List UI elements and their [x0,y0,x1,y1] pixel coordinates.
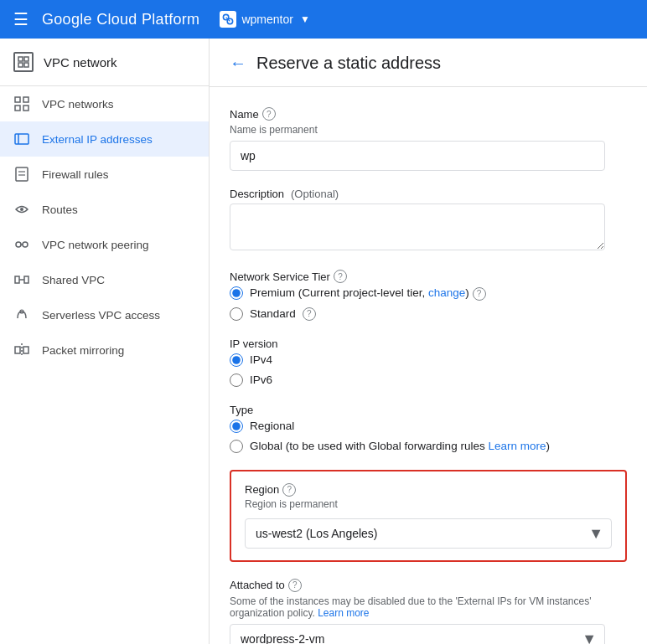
sidebar-item-label-vpc-networks: VPC networks [42,98,195,111]
page-header: ← Reserve a static address [210,39,647,87]
ipv4-option[interactable]: IPv4 [230,353,627,367]
menu-icon[interactable]: ☰ [13,9,28,29]
regional-radio[interactable] [230,420,243,433]
sidebar-item-label-serverless-vpc: Serverless VPC access [42,309,195,322]
sidebar-item-label-shared-vpc: Shared VPC [42,274,195,286]
premium-help-icon[interactable]: ? [473,287,486,301]
global-radio[interactable] [230,440,243,453]
tier-radio-group: Premium (Current project-level tier, cha… [230,286,627,321]
tier-standard-option[interactable]: Standard ? [230,307,627,321]
layout: VPC network VPC networks External IP add… [0,39,647,644]
page-title: Reserve a static address [256,54,441,73]
sidebar-item-packet-mirroring[interactable]: Packet mirroring [0,332,209,368]
svg-point-16 [20,208,23,211]
tier-premium-radio[interactable] [230,286,243,300]
svg-rect-26 [23,347,28,353]
attached-to-sublabel: Some of the instances may be disabled du… [230,595,627,619]
name-label: Name ? [230,107,627,121]
description-label: Description (Optional) [230,188,627,200]
description-group: Description (Optional) [230,188,627,253]
sidebar-item-label-external-ip: External IP addresses [42,133,195,146]
attached-help-icon[interactable]: ? [288,579,302,592]
tier-help-icon[interactable]: ? [334,270,347,283]
svg-rect-4 [24,57,28,61]
sidebar-item-label-routes: Routes [42,204,195,216]
change-tier-link[interactable]: change [428,286,465,299]
ip-version-label: IP version [230,337,627,350]
ipv6-option[interactable]: IPv6 [230,374,627,387]
type-group: Type Regional Global (to be used with Gl… [230,404,627,453]
svg-rect-8 [23,97,28,102]
sidebar-item-label-vpc-peering: VPC network peering [42,239,195,251]
shared-vpc-icon [13,271,30,288]
region-help-icon[interactable]: ? [282,483,296,497]
name-sublabel: Name is permanent [230,124,627,136]
tier-standard-radio[interactable] [230,307,243,321]
standard-help-icon[interactable]: ? [303,307,316,321]
vpc-network-icon [13,52,34,72]
form-body: Name ? Name is permanent Description (Op… [210,87,647,644]
app-title: Google Cloud Platform [42,11,199,28]
sidebar-item-label-firewall-rules: Firewall rules [42,168,195,181]
svg-rect-5 [18,63,23,67]
region-group: Region ? Region is permanent us-west2 (L… [230,470,627,562]
name-group: Name ? Name is permanent [230,107,627,171]
svg-rect-21 [24,276,28,283]
attached-select[interactable]: wordpress-2-vm None [230,624,605,645]
sidebar-nav: VPC networks External IP addresses Firew… [0,86,209,368]
region-select-wrapper: us-west2 (Los Angeles) us-central1 (Iowa… [245,518,612,549]
description-input[interactable] [230,204,605,250]
serverless-vpc-icon [13,307,30,323]
svg-rect-3 [18,57,23,61]
sidebar-header: VPC network [0,39,209,86]
svg-rect-20 [15,276,19,283]
sidebar-item-external-ip[interactable]: External IP addresses [0,121,209,157]
svg-rect-7 [15,97,20,102]
type-label: Type [230,404,627,416]
name-help-icon[interactable]: ? [262,107,276,121]
network-service-tier-group: Network Service Tier ? Premium (Current … [230,270,627,321]
ipv6-radio[interactable] [230,374,243,387]
project-name: wpmentor [241,13,292,26]
vpc-networks-icon [13,95,30,112]
main-content: ← Reserve a static address Name ? Name i… [210,39,647,644]
sidebar-item-firewall-rules[interactable]: Firewall rules [0,157,209,192]
ipv4-radio[interactable] [230,353,243,367]
regional-option[interactable]: Regional [230,420,627,433]
global-option[interactable]: Global (to be used with Global forwardin… [230,440,627,453]
tier-premium-option[interactable]: Premium (Current project-level tier, cha… [230,286,627,301]
back-button[interactable]: ← [230,54,246,73]
name-input[interactable] [230,141,605,171]
project-selector[interactable]: wpmentor ▼ [220,11,309,28]
sidebar-item-vpc-networks[interactable]: VPC networks [0,86,209,121]
type-radio-group: Regional Global (to be used with Global … [230,420,627,453]
routes-icon [13,201,30,218]
sidebar-item-shared-vpc[interactable]: Shared VPC [0,262,209,297]
svg-rect-25 [15,347,20,353]
attached-learn-more-link[interactable]: Learn more [318,607,369,619]
external-ip-icon [13,131,30,147]
svg-rect-10 [23,106,28,111]
learn-more-type-link[interactable]: Learn more [488,440,546,452]
packet-mirroring-icon [13,342,30,358]
sidebar-item-routes[interactable]: Routes [0,192,209,227]
sidebar-item-label-packet-mirroring: Packet mirroring [42,344,195,357]
svg-rect-9 [15,106,20,111]
sidebar-item-serverless-vpc[interactable]: Serverless VPC access [0,297,209,332]
network-tier-label: Network Service Tier ? [230,270,627,283]
region-sublabel: Region is permanent [245,498,612,510]
topbar: ☰ Google Cloud Platform wpmentor ▼ [0,0,647,39]
project-dropdown-icon[interactable]: ▼ [300,13,310,25]
sidebar-item-vpc-peering[interactable]: VPC network peering [0,227,209,262]
ip-version-group: IP version IPv4 IPv6 [230,337,627,387]
attached-to-group: Attached to ? Some of the instances may … [230,579,627,645]
attached-to-label: Attached to ? [230,579,627,592]
sidebar-title: VPC network [44,55,117,70]
region-select[interactable]: us-west2 (Los Angeles) us-central1 (Iowa… [245,518,612,549]
firewall-rules-icon [13,166,30,183]
svg-rect-6 [24,63,28,67]
vpc-peering-icon [13,236,30,253]
svg-point-17 [16,242,21,247]
svg-rect-11 [15,134,28,144]
project-icon [220,11,236,28]
